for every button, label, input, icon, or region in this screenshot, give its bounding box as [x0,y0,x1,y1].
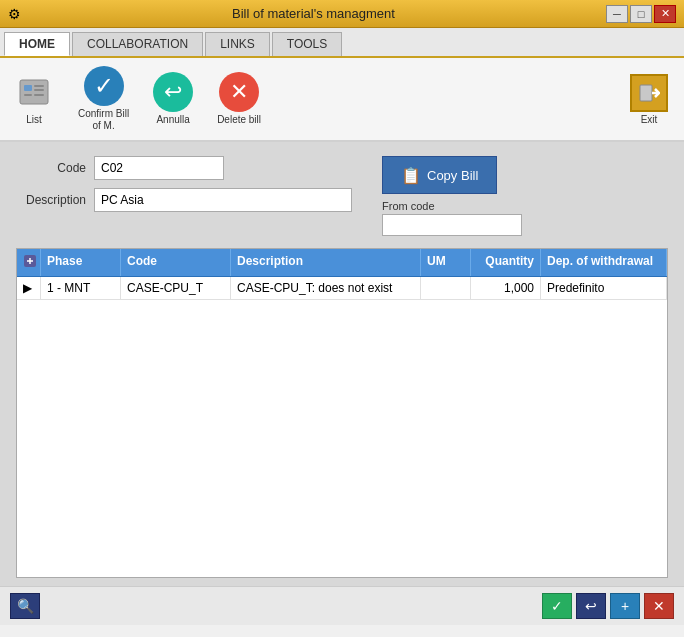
annulla-icon: ↩ [153,72,193,112]
svg-rect-2 [24,94,32,96]
from-code-label: From code [382,200,522,212]
add-button[interactable]: + [610,593,640,619]
col-header-desc: Description [231,249,421,276]
copy-bill-button[interactable]: 📋 Copy Bill [382,156,497,194]
delete-bottom-button[interactable]: ✕ [644,593,674,619]
code-input[interactable] [94,156,224,180]
col-header-code: Code [121,249,231,276]
tab-links[interactable]: LINKS [205,32,270,56]
confirm-bottom-button[interactable]: ✓ [542,593,572,619]
code-row: Code [16,156,352,180]
exit-button[interactable]: Exit [630,74,668,125]
list-icon [18,76,50,108]
tab-tools[interactable]: TOOLS [272,32,342,56]
svg-rect-4 [34,89,44,91]
col-header-qty: Quantity [471,249,541,276]
code-label: Code [16,161,86,175]
title-bar: ⚙ Bill of material's managment ─ □ ✕ [0,0,684,28]
form-left: Code Description [16,156,352,236]
bottom-right-buttons: ✓ ↩ + ✕ [542,593,674,619]
confirm-label: Confirm Bill of M. [78,108,129,132]
col-header-phase: Phase [41,249,121,276]
row-um [421,277,471,299]
row-description: CASE-CPU_T: does not exist [231,277,421,299]
add-icon: + [621,598,629,614]
copy-bill-label: Copy Bill [427,168,478,183]
delete-icon: ✕ [219,72,259,112]
confirm-icon: ✓ [84,66,124,106]
copy-icon: 📋 [401,166,421,185]
minimize-button[interactable]: ─ [606,5,628,23]
row-dep: Predefinito [541,277,667,299]
search-icon: 🔍 [17,598,34,614]
annulla-label: Annulla [156,114,189,126]
desc-input[interactable] [94,188,352,212]
row-phase: 1 - MNT [41,277,121,299]
app-icon: ⚙ [8,6,21,22]
exit-icon [630,74,668,112]
tab-collaboration[interactable]: COLLABORATION [72,32,203,56]
svg-rect-5 [34,94,44,96]
main-content: Code Description 📋 Copy Bill From code [0,142,684,586]
delete-bill-button[interactable]: ✕ Delete bill [213,70,265,128]
maximize-button[interactable]: □ [630,5,652,23]
svg-rect-6 [640,85,652,101]
undo-icon: ↩ [585,598,597,614]
row-code: CASE-CPU_T [121,277,231,299]
confirm-bill-button[interactable]: ✓ Confirm Bill of M. [74,64,133,134]
col-header-dep: Dep. of withdrawal [541,249,667,276]
desc-label: Description [16,193,86,207]
svg-rect-1 [24,85,32,91]
annulla-button[interactable]: ↩ Annulla [149,70,197,128]
svg-rect-0 [20,80,48,104]
undo-button[interactable]: ↩ [576,593,606,619]
window-controls: ─ □ ✕ [606,5,676,23]
list-label: List [26,114,42,126]
delete-label: Delete bill [217,114,261,126]
close-button[interactable]: ✕ [654,5,676,23]
toolbar: List ✓ Confirm Bill of M. ↩ Annulla ✕ De… [0,58,684,142]
tab-bar: HOME COLLABORATION LINKS TOOLS [0,28,684,58]
col-header-um: UM [421,249,471,276]
bottom-bar: 🔍 ✓ ↩ + ✕ [0,586,684,625]
svg-rect-3 [34,85,44,87]
exit-label: Exit [641,114,658,125]
data-grid: Phase Code Description UM Quantity Dep. … [16,248,668,578]
form-right: 📋 Copy Bill From code [382,156,522,236]
bottom-left-buttons: 🔍 [10,593,40,619]
grid-body: ▶ 1 - MNT CASE-CPU_T CASE-CPU_T: does no… [17,277,667,577]
from-code-input[interactable] [382,214,522,236]
col-header-arrow [17,249,41,276]
list-button[interactable]: List [10,70,58,128]
delete-bottom-icon: ✕ [653,598,665,614]
grid-header: Phase Code Description UM Quantity Dep. … [17,249,667,277]
search-button[interactable]: 🔍 [10,593,40,619]
window-title: Bill of material's managment [21,6,606,21]
form-area: Code Description 📋 Copy Bill From code [16,156,668,236]
confirm-bottom-icon: ✓ [551,598,563,614]
row-arrow: ▶ [17,277,41,299]
table-row[interactable]: ▶ 1 - MNT CASE-CPU_T CASE-CPU_T: does no… [17,277,667,300]
desc-row: Description [16,188,352,212]
tab-home[interactable]: HOME [4,32,70,56]
row-quantity: 1,000 [471,277,541,299]
